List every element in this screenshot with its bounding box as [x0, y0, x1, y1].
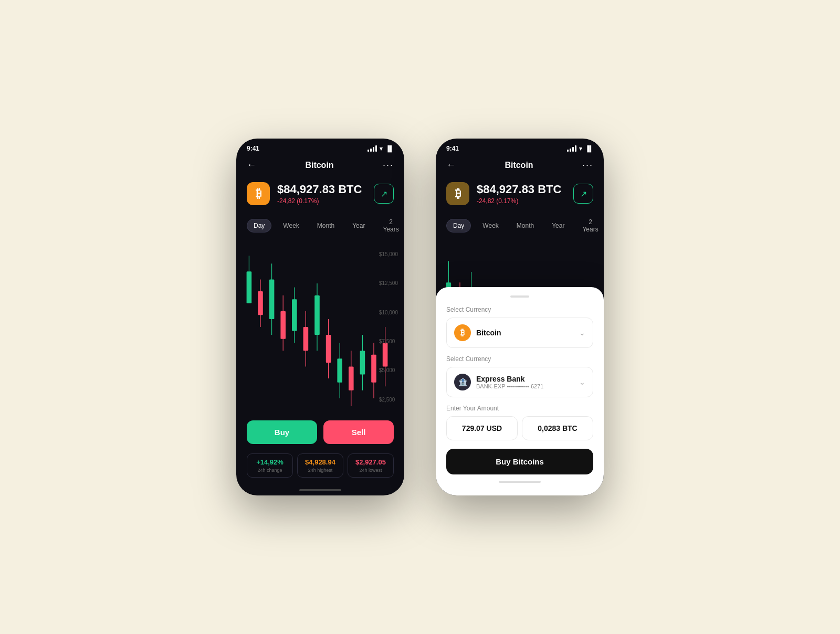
bottom-sheet: Select Currency ₿ Bitcoin ⌄ Select Curre… [436, 287, 604, 495]
stat-highest: $4,928.94 24h highest [297, 453, 343, 478]
crypto-select[interactable]: ₿ Bitcoin ⌄ [446, 318, 593, 348]
amount-row: 729.07 USD 0,0283 BTC [446, 416, 593, 440]
stat-highest-value: $4,928.94 [303, 458, 338, 466]
back-button-2[interactable]: ← [446, 160, 456, 171]
chart-labels-1: $15,000 $12,500 $10,000 $7,500 $5,000 $2… [379, 240, 398, 414]
buy-button-1[interactable]: Buy [247, 420, 317, 444]
svg-rect-13 [314, 295, 320, 335]
home-indicator-2 [499, 481, 541, 483]
phone-2: 9:41 ▾ ▐▌ ← Bitcoin [436, 139, 604, 495]
sheet-handle [510, 295, 529, 298]
stat-change: +14,92% 24h change [247, 453, 293, 478]
time-filter-1: Day Week Month Year 2 Years [236, 212, 404, 240]
coin-price-1: $84,927.83 BTC [277, 183, 366, 196]
wifi-icon-2: ▾ [579, 145, 582, 152]
crypto-name: Bitcoin [476, 329, 574, 337]
header-2: ← Bitcoin ··· [436, 154, 604, 176]
action-buttons-1: Buy Sell [236, 414, 404, 450]
phone-1: 9:41 ▾ ▐▌ ← Bitcoin ··· [236, 139, 404, 495]
svg-rect-1 [247, 271, 252, 303]
stat-change-label: 24h change [253, 468, 287, 473]
stats-row-1: +14,92% 24h change $4,928.94 24h highest… [236, 450, 404, 485]
coin-price-2: $84,927.83 BTC [477, 183, 566, 196]
time-filter-2: Day Week Month Year 2 Years [436, 212, 604, 240]
stat-lowest-value: $2,927.05 [353, 458, 388, 466]
time-btn-2years-1[interactable]: 2 Years [376, 216, 404, 236]
stat-lowest: $2,927.05 24h lowest [348, 453, 394, 478]
status-bar-1: 9:41 ▾ ▐▌ [236, 139, 404, 154]
page-title-1: Bitcoin [305, 161, 333, 170]
home-indicator-1 [236, 485, 404, 495]
time-btn-2years-2[interactable]: 2 Years [576, 216, 604, 236]
bank-select-text: Express Bank BANK-EXP ••••••••••• 6271 [476, 375, 574, 389]
time-btn-week-2[interactable]: Week [476, 219, 505, 232]
coin-info-2: ₿ $84,927.83 BTC -24,82 (0.17%) ↗ [436, 176, 604, 212]
trend-arrow-icon-2: ↗ [580, 189, 587, 199]
coin-change-1: -24,82 (0.17%) [277, 197, 366, 205]
trend-button-1[interactable]: ↗ [374, 184, 394, 204]
stat-change-value: +14,92% [253, 458, 287, 466]
time-btn-month-1[interactable]: Month [311, 219, 341, 232]
sell-button-1[interactable]: Sell [323, 420, 394, 444]
svg-rect-21 [360, 351, 365, 374]
svg-rect-9 [292, 299, 297, 331]
svg-rect-5 [269, 279, 275, 319]
wifi-icon: ▾ [380, 145, 383, 152]
time-1: 9:41 [247, 145, 259, 152]
battery-icon: ▐▌ [385, 145, 394, 152]
stat-highest-label: 24h highest [303, 468, 338, 473]
svg-rect-23 [371, 355, 376, 383]
svg-rect-15 [326, 335, 331, 363]
back-button-1[interactable]: ← [247, 160, 256, 171]
price-block-1: $84,927.83 BTC -24,82 (0.17%) [277, 183, 366, 205]
bank-sub: BANK-EXP ••••••••••• 6271 [476, 383, 574, 389]
amount-btc[interactable]: 0,0283 BTC [522, 416, 593, 440]
status-icons-1: ▾ ▐▌ [368, 145, 394, 152]
chevron-down-icon-crypto: ⌄ [579, 329, 585, 337]
battery-icon-2: ▐▌ [585, 145, 593, 152]
coin-change-2: -24,82 (0.17%) [477, 197, 566, 205]
time-btn-day-2[interactable]: Day [446, 219, 471, 233]
time-btn-day-1[interactable]: Day [247, 219, 271, 233]
svg-rect-19 [349, 366, 354, 390]
time-btn-week-1[interactable]: Week [277, 219, 305, 232]
amount-usd[interactable]: 729.07 USD [446, 416, 518, 440]
more-button-1[interactable]: ··· [383, 160, 394, 171]
select-currency-label-1: Select Currency [446, 306, 593, 313]
svg-rect-3 [258, 291, 263, 315]
time-2: 9:41 [446, 145, 459, 152]
phone-1-screen: 9:41 ▾ ▐▌ ← Bitcoin ··· [236, 139, 404, 495]
bitcoin-select-icon: ₿ [454, 324, 471, 341]
bank-select[interactable]: 🏦 Express Bank BANK-EXP ••••••••••• 6271… [446, 367, 593, 397]
coin-info-1: ₿ $84,927.83 BTC -24,82 (0.17%) ↗ [236, 176, 404, 212]
signal-icon-2 [567, 145, 576, 152]
status-icons-2: ▾ ▐▌ [567, 145, 593, 152]
trend-arrow-icon-1: ↗ [381, 189, 387, 199]
bank-name: Express Bank [476, 375, 574, 383]
buy-bitcoins-button[interactable]: Buy Bitcoins [446, 449, 593, 474]
page-title-2: Bitcoin [505, 161, 533, 170]
amount-label: Enter Your Amount [446, 405, 593, 412]
price-block-2: $84,927.83 BTC -24,82 (0.17%) [477, 183, 566, 205]
trend-button-2[interactable]: ↗ [573, 184, 593, 204]
status-bar-2: 9:41 ▾ ▐▌ [436, 139, 604, 154]
chevron-down-icon-bank: ⌄ [579, 378, 585, 386]
time-btn-year-1[interactable]: Year [346, 219, 371, 232]
select-currency-label-2: Select Currency [446, 355, 593, 363]
chart-area-1: $15,000 $12,500 $10,000 $7,500 $5,000 $2… [236, 240, 404, 414]
signal-icon [368, 145, 377, 152]
svg-rect-7 [280, 311, 286, 339]
bitcoin-icon-1: ₿ [247, 182, 270, 205]
crypto-select-text: Bitcoin [476, 329, 574, 337]
header-1: ← Bitcoin ··· [236, 154, 404, 176]
candlestick-chart-1 [242, 240, 399, 414]
bitcoin-icon-2: ₿ [446, 182, 469, 205]
time-btn-month-2[interactable]: Month [510, 219, 540, 232]
svg-rect-17 [337, 358, 342, 382]
bank-icon: 🏦 [454, 374, 471, 390]
page-wrapper: 9:41 ▾ ▐▌ ← Bitcoin ··· [215, 118, 625, 516]
time-btn-year-2[interactable]: Year [545, 219, 571, 232]
svg-rect-11 [303, 327, 309, 351]
more-button-2[interactable]: ··· [582, 160, 593, 171]
phone-2-screen: 9:41 ▾ ▐▌ ← Bitcoin [436, 139, 604, 495]
